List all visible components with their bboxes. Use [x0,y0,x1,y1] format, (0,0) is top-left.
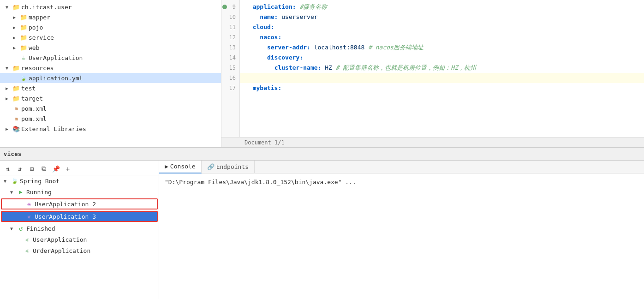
tree-arrow: ▶ [13,25,19,30]
tree-item-label: resources [21,65,54,72]
svc-arrow: ▼ [10,190,17,195]
tree-arrow: ▶ [6,96,12,101]
tree-arrow: ▼ [6,66,12,71]
svc-item-order-app-done[interactable]: ✳ OrderApplication [0,245,159,256]
tree-item-application-yml[interactable]: 🍃 application.yml [0,73,221,83]
tree-item-target[interactable]: ▶ 📁 target [0,93,221,103]
app-icon-3: ✳ [25,213,33,220]
xml-icon-2: m [12,116,20,122]
svc-item-spring-boot[interactable]: ▼ 🍃 Spring Boot [0,175,159,186]
tree-item-mapper[interactable]: ▶ 📁 mapper [0,12,221,22]
code-value: HZ [325,64,332,71]
code-keyword: discovery: [267,54,303,61]
code-content: application: #服务名称 name: userserver clou… [240,0,644,137]
tree-item-label: External Libraries [21,126,86,132]
sort-btn-1[interactable]: ⇅ [3,164,13,174]
svc-item-running[interactable]: ▼ ▶ Running [0,186,159,197]
line-numbers: 9 10 11 12 13 14 15 16 17 [221,0,240,137]
svc-item-label: UserApplication [33,236,87,243]
tree-item-label: UserApplication [29,54,83,61]
tree-arrow: ▶ [13,35,19,40]
code-line-13: server-addr: localhost:8848 # nacos服务端地址 [240,42,644,53]
svc-item-user-app-done[interactable]: ✳ UserApplication [0,234,159,245]
folder-icon: 📁 [19,34,28,41]
filter-btn[interactable]: ⧉ [39,164,49,174]
ext-lib-icon: 📚 [12,126,20,132]
tree-item-resources[interactable]: ▼ 📁 resources [0,63,221,73]
svc-item-label: Finished [26,225,55,232]
tree-item-test[interactable]: ▶ 📁 test [0,83,221,93]
app-done-icon: ✳ [23,236,31,243]
code-line-9: application: #服务名称 [240,2,644,12]
folder-icon: 📁 [12,65,20,72]
folder-orange-icon: 📁 [12,95,20,102]
code-line-14: discovery: [240,53,644,63]
pin-btn[interactable]: 📌 [51,164,61,174]
line-num-12: 12 [221,32,239,42]
folder-icon: 📁 [19,24,28,31]
services-bar: vices [0,148,644,161]
endpoints-tab-icon: 🔗 [207,163,215,170]
folder-blue-icon: 📁 [12,4,20,11]
console-panel: ▶ Console 🔗 Endpoints "D:\Program Files\… [159,161,644,299]
sort-btn-2[interactable]: ⇵ [15,164,25,174]
tree-item-label: pojo [29,24,43,31]
code-comment: # 配置集群名称，也就是机房位置，例如：HZ，杭州 [336,64,476,71]
tab-endpoints[interactable]: 🔗 Endpoints [202,161,255,173]
order-app-done-icon: ✳ [23,247,31,254]
doc-status: Document 1/1 [221,137,644,147]
console-output: "D:\Program Files\Java\jdk1.8.0_152\bin\… [159,173,644,299]
tree-item-service[interactable]: ▶ 📁 service [0,32,221,42]
code-lines: 9 10 11 12 13 14 15 16 17 application: #… [221,0,644,137]
folder-icon: 📁 [19,44,28,51]
tree-item-pojo[interactable]: ▶ 📁 pojo [0,22,221,32]
tree-arrow: ▶ [13,45,19,50]
code-keyword: cluster-name: [274,64,322,71]
top-section: ▼ 📁 ch.itcast.user ▶ 📁 mapper ▶ 📁 pojo ▶… [0,0,644,148]
tree-arrow: ▶ [13,15,19,20]
code-keyword: nacos: [260,34,281,41]
springboot-icon: 🍃 [10,178,18,184]
console-tab-label: Console [170,163,196,170]
code-keyword: cloud: [253,24,274,30]
line-num-15: 15 [221,63,239,73]
console-tabs: ▶ Console 🔗 Endpoints [159,161,644,173]
line-num-16: 16 [221,73,239,83]
tree-item-web[interactable]: ▶ 📁 web [0,42,221,53]
tab-console[interactable]: ▶ Console [159,161,202,173]
tree-item-user-application[interactable]: ☕ UserApplication [0,53,221,63]
tree-item-label: pom.xml [21,115,47,122]
code-comment: #服务名称 [299,3,327,10]
add-btn[interactable]: + [63,164,73,174]
tree-item-label: web [29,44,39,51]
group-btn[interactable]: ⊞ [27,164,37,174]
tree-item-ch-itcast-user[interactable]: ▼ 📁 ch.itcast.user [0,2,221,12]
endpoints-tab-label: Endpoints [216,163,249,170]
svc-item-label: UserApplication 2 [35,201,96,208]
code-editor[interactable]: 9 10 11 12 13 14 15 16 17 application: #… [221,0,644,147]
code-line-16 [240,73,644,83]
code-line-10: name: userserver [240,12,644,22]
tree-item-label: service [29,34,54,41]
svc-item-finished[interactable]: ▼ ↺ Finished [0,223,159,234]
tree-item-label: application.yml [29,75,83,82]
tree-item-pom-xml-2[interactable]: m pom.xml [0,114,221,124]
file-tree: ▼ 📁 ch.itcast.user ▶ 📁 mapper ▶ 📁 pojo ▶… [0,0,221,147]
tree-item-label: target [21,95,43,102]
tree-arrow: ▶ [6,126,12,132]
code-line-17: mybatis: [240,83,644,93]
tree-item-external-libraries[interactable]: ▶ 📚 External Libraries [0,124,221,134]
running-icon: ▶ [17,189,25,195]
code-comment: # nacos服务端地址 [368,44,423,51]
svc-item-user-app-3[interactable]: ✳ UserApplication 3 [1,211,158,222]
svc-item-label: Spring Boot [20,178,60,185]
code-keyword: server-addr: [267,44,310,51]
services-content: ⇅ ⇵ ⊞ ⧉ 📌 + ▼ 🍃 Spring Boot ▼ ▶ Running [0,161,644,299]
tree-item-label: test [21,85,36,92]
services-tree: ⇅ ⇵ ⊞ ⧉ 📌 + ▼ 🍃 Spring Boot ▼ ▶ Running [0,161,159,299]
yml-icon: 🍃 [19,75,28,81]
svc-item-user-app-2[interactable]: ✳ UserApplication 2 [1,198,158,209]
line-num-9: 9 [221,2,239,12]
bottom-section: vices ⇅ ⇵ ⊞ ⧉ 📌 + ▼ 🍃 Spring Boot [0,148,644,299]
tree-item-pom-xml-1[interactable]: m pom.xml [0,103,221,114]
